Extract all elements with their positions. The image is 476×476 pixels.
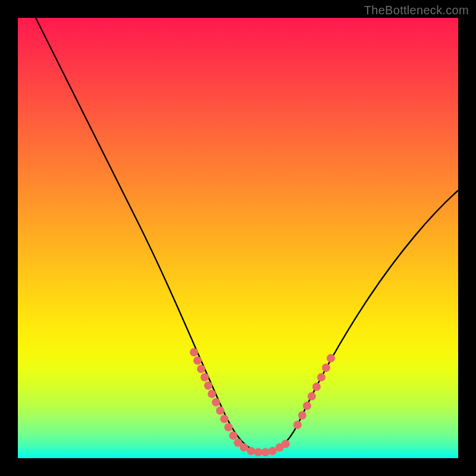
marker-dot (201, 373, 209, 381)
marker-dot (254, 448, 262, 456)
marker-dot (293, 421, 302, 429)
marker-dot (204, 381, 212, 390)
marker-dot (212, 398, 220, 406)
marker-dot (281, 440, 290, 448)
curve-layer (36, 18, 458, 452)
chart-svg (18, 18, 458, 458)
marker-dot (308, 392, 316, 400)
marker-dot (312, 383, 321, 391)
marker-dot (197, 365, 205, 373)
markers-left-cluster (190, 348, 290, 456)
marker-dot (303, 402, 311, 410)
marker-dot (208, 390, 216, 398)
marker-dot (240, 443, 248, 452)
marker-dot (298, 411, 306, 419)
marker-dot (317, 373, 325, 381)
marker-dot (220, 415, 228, 423)
chart-frame: TheBottleneck.com (0, 0, 476, 476)
marker-dot (190, 348, 198, 356)
bottleneck-curve (36, 18, 458, 452)
watermark-text: TheBottleneck.com (364, 4, 469, 17)
marker-dot (216, 406, 224, 415)
marker-dot (224, 423, 233, 431)
marker-dot (247, 447, 255, 455)
marker-dot (261, 448, 270, 456)
marker-dot (193, 356, 202, 365)
marker-dot (322, 364, 330, 372)
marker-dot (268, 447, 277, 455)
marker-dot (229, 431, 237, 440)
marker-dot (327, 354, 335, 362)
plot-area (18, 18, 458, 458)
